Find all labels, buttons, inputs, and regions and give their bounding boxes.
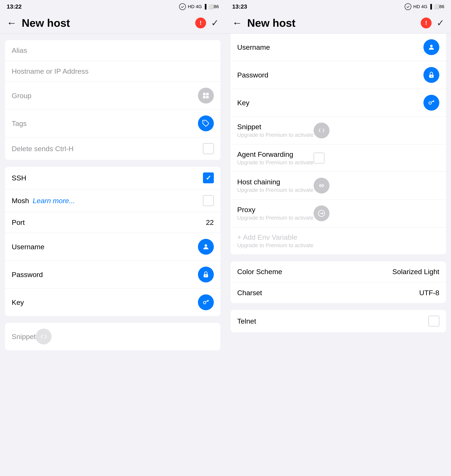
host-chain-label: Host chaining — [237, 178, 314, 186]
group-row[interactable]: Group — [5, 82, 220, 110]
page-title-right: New host — [247, 17, 421, 29]
time-right: 13:23 — [232, 3, 247, 10]
password-button[interactable] — [198, 267, 214, 282]
username-button[interactable] — [198, 239, 214, 255]
status-icons-right: HD 4G ▐ ⬜86 — [404, 3, 444, 10]
telnet-card: Telnet — [231, 310, 446, 332]
ssh-label: SSH — [12, 174, 203, 182]
svg-point-16 — [431, 76, 432, 77]
color-scheme-row[interactable]: Color Scheme Solarized Light — [231, 261, 446, 282]
color-scheme-label: Color Scheme — [237, 268, 392, 276]
delete-ctrl-checkbox[interactable] — [203, 143, 214, 154]
lock-icon — [202, 271, 210, 278]
proxy-sublabel: Upgrade to Premium to activate — [237, 215, 314, 221]
status-icons-left: HD 4G ▐ ⬜86 — [179, 3, 219, 10]
left-panel: 13:22 HD 4G ▐ ⬜86 ← New host ! ✓ Alias — [0, 0, 226, 476]
check-button-left[interactable]: ✓ — [211, 18, 219, 28]
snippet2-label: Snippet — [237, 123, 314, 131]
back-button-right[interactable]: ← — [232, 17, 242, 29]
password2-button[interactable] — [423, 67, 439, 83]
warn-icon-right[interactable]: ! — [421, 18, 432, 28]
svg-point-0 — [179, 4, 186, 10]
status-bar-right: 13:23 HD 4G ▐ ⬜86 — [226, 0, 451, 13]
env-section: + Add Env Variable Upgrade to Premium to… — [231, 227, 446, 255]
check-circle-icon-left — [179, 3, 186, 10]
delete-ctrl-row[interactable]: Delete sends Ctrl-H — [5, 137, 220, 160]
svg-point-21 — [319, 185, 321, 187]
svg-line-11 — [208, 301, 209, 301]
svg-line-12 — [207, 301, 208, 302]
tags-row[interactable]: Tags — [5, 110, 220, 137]
password2-row[interactable]: Password — [231, 61, 446, 89]
key2-button[interactable] — [423, 95, 439, 111]
host-chain-button[interactable] — [314, 178, 330, 194]
snippet2-row[interactable]: Snippet Upgrade to Premium to activate — [231, 117, 446, 144]
snippet-icon — [40, 333, 47, 340]
mosh-row[interactable]: Mosh Learn more... — [5, 189, 220, 212]
host-chain-row[interactable]: Host chaining Upgrade to Premium to acti… — [231, 172, 446, 200]
top-bar-right: ← New host ! ✓ — [226, 13, 451, 33]
color-scheme-value: Solarized Light — [392, 268, 439, 276]
charset-value: UTF-8 — [419, 289, 439, 297]
key-row[interactable]: Key — [5, 288, 220, 316]
snippet2-sublabel: Upgrade to Premium to activate — [237, 132, 314, 138]
top-bar-icons-right: ! ✓ — [421, 18, 444, 28]
snippet-partial-button[interactable] — [36, 329, 52, 344]
right-panel: 13:23 HD 4G ▐ ⬜86 ← New host ! ✓ Usernam… — [226, 0, 451, 476]
snippet-partial-label: Snippet — [12, 332, 36, 341]
tags-button[interactable] — [198, 115, 214, 131]
agent-fwd-checkbox[interactable] — [314, 153, 325, 163]
username2-button[interactable] — [423, 39, 439, 55]
charset-row[interactable]: Charset UTF-8 — [231, 282, 446, 303]
svg-point-13 — [405, 4, 411, 10]
telnet-row[interactable]: Telnet — [231, 310, 446, 332]
mosh-label: Mosh Learn more... — [12, 197, 203, 205]
telnet-checkbox[interactable] — [428, 316, 439, 326]
key-icon — [202, 299, 210, 306]
proxy-button[interactable] — [314, 206, 330, 221]
page-title-left: New host — [22, 17, 195, 29]
password-row[interactable]: Password — [5, 261, 220, 288]
password-label: Password — [12, 270, 198, 279]
group-button[interactable] — [198, 88, 214, 104]
env-sublabel: Upgrade to Premium to activate — [237, 242, 439, 249]
check-button-right[interactable]: ✓ — [437, 18, 444, 28]
svg-rect-4 — [206, 96, 209, 99]
key2-icon — [428, 99, 435, 106]
password2-label: Password — [237, 71, 423, 79]
basic-fields-card: Alias Hostname or IP Address Group — [5, 40, 220, 160]
back-button-left[interactable]: ← — [7, 17, 17, 29]
lock2-icon — [428, 71, 435, 79]
alias-row: Alias — [5, 40, 220, 61]
key-button[interactable] — [198, 294, 214, 310]
agent-fwd-label: Agent Forwarding — [237, 150, 314, 158]
svg-point-22 — [322, 185, 324, 187]
learn-more-link[interactable]: Learn more... — [33, 197, 75, 205]
svg-rect-1 — [203, 93, 206, 95]
username2-label: Username — [237, 43, 423, 51]
mosh-checkbox[interactable] — [203, 195, 214, 206]
port-label: Port — [12, 218, 206, 226]
ssh-checkbox[interactable] — [203, 172, 214, 183]
host-chain-sublabel: Upgrade to Premium to activate — [237, 187, 314, 193]
top-bar-left: ← New host ! ✓ — [0, 13, 226, 33]
agent-fwd-row[interactable]: Agent Forwarding Upgrade to Premium to a… — [231, 144, 446, 172]
proxy-icon — [318, 210, 325, 217]
ssh-row[interactable]: SSH — [5, 167, 220, 189]
warn-icon-left[interactable]: ! — [195, 18, 206, 28]
svg-line-20 — [433, 101, 434, 102]
username-row[interactable]: Username — [5, 233, 220, 261]
username2-row[interactable]: Username — [231, 33, 446, 61]
person2-icon — [428, 44, 435, 51]
svg-point-14 — [430, 45, 433, 47]
svg-rect-3 — [203, 96, 206, 99]
key2-row[interactable]: Key — [231, 89, 446, 117]
svg-point-9 — [203, 301, 206, 304]
time-left: 13:22 — [7, 3, 22, 10]
port-row: Port 22 — [5, 212, 220, 233]
snippet2-icon — [318, 127, 325, 134]
proxy-row[interactable]: Proxy Upgrade to Premium to activate — [231, 200, 446, 227]
person-icon — [202, 243, 210, 251]
snippet2-button[interactable] — [314, 123, 330, 138]
svg-point-6 — [205, 244, 207, 247]
